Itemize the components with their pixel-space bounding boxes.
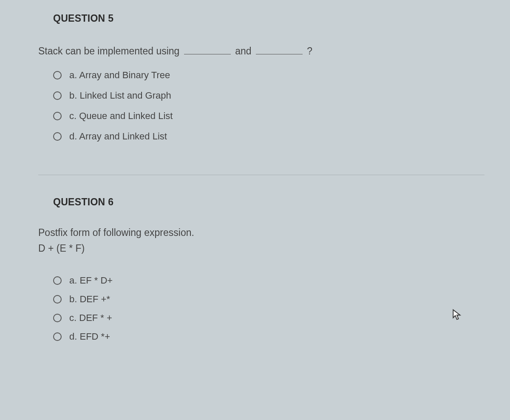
radio-button[interactable] (53, 112, 62, 120)
option-label: c. Queue and Linked List (69, 111, 173, 122)
radio-button[interactable] (53, 71, 62, 79)
question-5-text: Stack can be implemented using and ? (38, 43, 484, 59)
option-letter: d. (69, 331, 77, 342)
option-letter: a. (69, 275, 77, 286)
option-letter: c. (69, 312, 76, 323)
option-label: b. DEF +* (69, 294, 110, 305)
question-5-options: a. Array and Binary Tree b. Linked List … (53, 70, 484, 142)
q6-text-line-2: D + (E * F) (38, 243, 85, 254)
option-letter: b. (69, 90, 77, 101)
option-letter: b. (69, 294, 77, 304)
cursor-icon (450, 308, 463, 321)
radio-button[interactable] (53, 132, 62, 141)
option-letter: c. (69, 111, 76, 121)
question-divider (38, 175, 484, 175)
question-5-title: QUESTION 5 (53, 13, 484, 24)
option-text: EFD *+ (79, 331, 110, 342)
radio-button[interactable] (53, 276, 62, 285)
q6-option-c[interactable]: c. DEF * + (53, 312, 484, 324)
q5-option-a[interactable]: a. Array and Binary Tree (53, 70, 484, 81)
q5-option-c[interactable]: c. Queue and Linked List (53, 111, 484, 122)
option-text: Array and Linked List (79, 131, 167, 142)
blank-2 (256, 44, 303, 54)
option-label: b. Linked List and Graph (69, 90, 171, 101)
q6-option-a[interactable]: a. EF * D+ (53, 275, 484, 286)
radio-button[interactable] (53, 314, 62, 322)
option-text: Linked List and Graph (79, 90, 171, 101)
q6-option-b[interactable]: b. DEF +* (53, 294, 484, 305)
option-label: d. EFD *+ (69, 331, 110, 342)
option-text: EF * D+ (79, 275, 113, 286)
q6-text-line-1: Postfix form of following expression. (38, 227, 194, 238)
option-text: Array and Binary Tree (79, 70, 170, 80)
option-letter: a. (69, 70, 77, 80)
question-6-block: QUESTION 6 Postfix form of following exp… (38, 192, 484, 363)
radio-button[interactable] (53, 91, 62, 100)
option-text: DEF * + (79, 312, 112, 323)
question-6-options: a. EF * D+ b. DEF +* c. DEF * + d. EFD *… (53, 275, 484, 342)
q5-option-b[interactable]: b. Linked List and Graph (53, 90, 484, 101)
question-5-block: QUESTION 5 Stack can be implemented usin… (38, 9, 484, 164)
q5-text-part-1: Stack can be implemented using (38, 45, 179, 57)
radio-button[interactable] (53, 332, 62, 341)
option-label: c. DEF * + (69, 312, 112, 324)
option-label: d. Array and Linked List (69, 131, 167, 142)
q5-text-part-3: ? (307, 45, 312, 57)
q5-text-part-2: and (235, 45, 251, 57)
q6-option-d[interactable]: d. EFD *+ (53, 331, 484, 342)
option-label: a. Array and Binary Tree (69, 70, 170, 81)
radio-button[interactable] (53, 295, 62, 304)
option-text: Queue and Linked List (79, 111, 173, 121)
option-text: DEF +* (79, 294, 110, 304)
question-6-text: Postfix form of following expression. D … (38, 225, 484, 256)
option-label: a. EF * D+ (69, 275, 113, 286)
question-6-title: QUESTION 6 (53, 196, 484, 208)
option-letter: d. (69, 131, 77, 142)
blank-1 (184, 44, 231, 54)
q5-option-d[interactable]: d. Array and Linked List (53, 131, 484, 142)
